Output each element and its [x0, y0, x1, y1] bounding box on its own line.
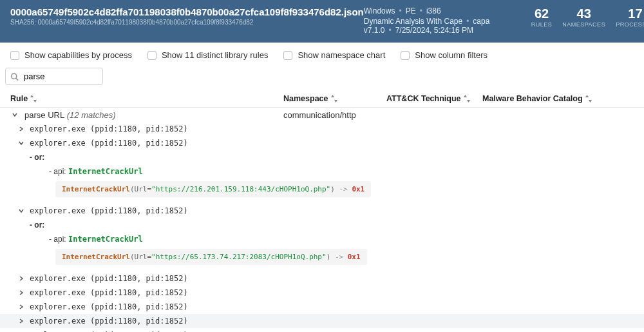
checkbox-column-filters[interactable]: Show column filters [401, 50, 488, 60]
api-line: - api: InternetCrackUrl [0, 232, 644, 246]
chevron-down-icon[interactable] [17, 206, 26, 215]
tree-node[interactable]: explorer.exe (ppid:1180, pid:1852) [0, 328, 644, 332]
svg-point-0 [12, 73, 17, 79]
svg-line-1 [16, 78, 18, 80]
file-title: 0000a65749f5902c4d82ffa701198038f0b4870b… [10, 6, 364, 17]
or-clause: - or: [0, 150, 644, 164]
tree-node[interactable]: explorer.exe (ppid:1180, pid:1852) [0, 314, 644, 328]
chevron-right-icon[interactable] [17, 124, 26, 133]
column-namespace[interactable]: Namespace [283, 94, 386, 103]
tree-node[interactable]: explorer.exe (ppid:1180, pid:1852) [0, 204, 644, 218]
chevron-down-icon[interactable] [17, 139, 26, 148]
tree-node[interactable]: explorer.exe (ppid:1180, pid:1852) [0, 122, 644, 136]
checkbox-namespace-chart[interactable]: Show namespace chart [283, 50, 385, 60]
sort-icon [464, 95, 470, 103]
tree-node[interactable]: explorer.exe (ppid:1180, pid:1852) [0, 286, 644, 300]
chevron-right-icon[interactable] [17, 288, 26, 297]
api-line: - api: InternetCrackUrl [0, 164, 644, 179]
app-header: 0000a65749f5902c4d82ffa701198038f0b4870b… [0, 0, 644, 43]
namespace-value: communication/http [283, 110, 386, 120]
call-detail: InternetCrackUrl(Url="https://65.173.74.… [55, 249, 367, 265]
rule-row[interactable]: parse URL (12 matches) communication/htt… [0, 108, 644, 122]
stat-namespaces: 43 NAMESPACES [562, 6, 605, 28]
chevron-right-icon[interactable] [17, 317, 26, 326]
column-headers: Rule Namespace ATT&CK Technique Malware … [0, 90, 644, 108]
or-clause: - or: [0, 218, 644, 232]
rule-name: parse URL [24, 110, 64, 120]
call-detail: InternetCrackUrl(Url="https://216.201.15… [55, 181, 371, 197]
search-icon [10, 72, 19, 81]
chevron-right-icon[interactable] [17, 302, 26, 311]
chevron-right-icon[interactable] [17, 274, 26, 283]
sort-icon [30, 95, 37, 103]
checkbox-capabilities-by-process[interactable]: Show capabilities by process [10, 50, 132, 60]
column-attack[interactable]: ATT&CK Technique [386, 94, 482, 103]
rule-tree: parse URL (12 matches) communication/htt… [0, 108, 644, 332]
stat-rules: 62 RULES [531, 6, 553, 28]
column-mbc[interactable]: Malware Behavior Catalog [482, 94, 634, 103]
sort-icon [331, 95, 337, 103]
tree-node[interactable]: explorer.exe (ppid:1180, pid:1852) [0, 300, 644, 314]
checkbox-distinct-library-rules[interactable]: Show 11 distinct library rules [147, 50, 268, 60]
sha256-line: SHA256: 0000a65749f5902c4d82ffa701198038… [10, 19, 364, 26]
sort-icon [585, 95, 592, 103]
chevron-down-icon[interactable] [10, 110, 19, 119]
toolbar: Show capabilities by process Show 11 dis… [0, 43, 644, 68]
match-count: (12 matches) [67, 110, 116, 120]
search-input[interactable] [5, 68, 103, 85]
meta-block: Windows•PE•i386 Dynamic Analysis With Ca… [364, 6, 531, 36]
tree-node[interactable]: explorer.exe (ppid:1180, pid:1852) [0, 271, 644, 286]
column-rule[interactable]: Rule [10, 94, 283, 103]
tree-node[interactable]: explorer.exe (ppid:1180, pid:1852) [0, 136, 644, 150]
stat-processes: 17 PROCESSES [616, 6, 644, 28]
